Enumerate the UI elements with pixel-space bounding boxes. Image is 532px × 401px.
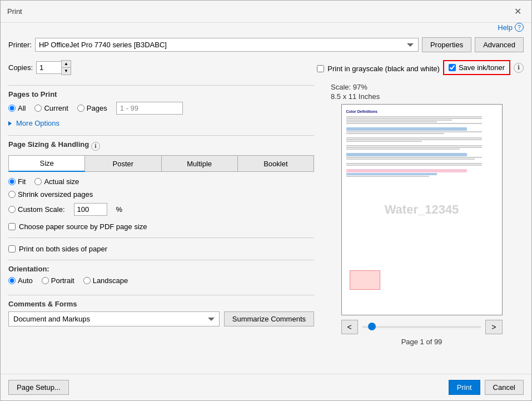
size-button[interactable]: Size xyxy=(8,155,85,172)
prev-page-button[interactable]: < xyxy=(341,320,358,334)
fit-option[interactable]: Fit xyxy=(8,177,26,186)
orientation-landscape-option[interactable]: Landscape xyxy=(83,276,128,285)
preview-line-6 xyxy=(346,131,483,132)
pages-current-option[interactable]: Current xyxy=(34,104,68,112)
shrink-row: Shrink oversized pages xyxy=(8,190,314,199)
pages-all-option[interactable]: All xyxy=(8,104,26,112)
pages-pages-radio[interactable] xyxy=(77,105,84,112)
copies-up[interactable]: ▲ xyxy=(62,61,71,68)
pages-all-radio[interactable] xyxy=(8,105,16,112)
grayscale-option[interactable]: Print in grayscale (black and white) xyxy=(317,65,440,73)
both-sides-option[interactable]: Print on both sides of paper xyxy=(8,245,314,253)
right-panel: Scale: 97% 8.5 x 11 Inches Color Definit… xyxy=(320,83,524,368)
help-link[interactable]: Help xyxy=(498,23,513,32)
copies-down[interactable]: ▼ xyxy=(62,68,71,75)
booklet-button[interactable]: Booklet xyxy=(238,155,314,172)
next-page-button[interactable]: > xyxy=(485,320,502,334)
shrink-option[interactable]: Shrink oversized pages xyxy=(8,190,93,199)
preview-line-15 xyxy=(346,159,475,160)
both-sides-section: Print on both sides of paper xyxy=(8,237,314,253)
pages-current-radio[interactable] xyxy=(34,105,42,112)
comments-row: Document and Markups Document Document a… xyxy=(8,311,314,326)
orientation-auto-option[interactable]: Auto xyxy=(8,276,33,285)
dialog-footer: Page Setup... Print Cancel xyxy=(1,374,531,400)
save-ink-label: Save ink/toner xyxy=(459,63,505,72)
title-bar: Print ✕ xyxy=(1,1,531,23)
grayscale-checkbox[interactable] xyxy=(317,65,324,72)
custom-scale-unit: % xyxy=(116,205,123,214)
advanced-button[interactable]: Advanced xyxy=(475,37,524,52)
watermark-text: Water_12345 xyxy=(385,201,459,219)
comments-forms-title: Comments & Forms xyxy=(8,300,314,308)
dialog-body: Pages to Print All Current Pages xyxy=(1,77,531,374)
cancel-button[interactable]: Cancel xyxy=(485,380,524,395)
poster-button[interactable]: Poster xyxy=(85,155,161,172)
pages-all-label: All xyxy=(18,104,26,112)
copies-spinner: ▲ ▼ xyxy=(61,60,71,75)
preview-blue-2 xyxy=(346,153,468,156)
orientation-title: Orientation: xyxy=(8,265,49,273)
close-button[interactable]: ✕ xyxy=(511,5,525,18)
preview-line-8 xyxy=(346,137,483,138)
save-ink-info-icon[interactable]: ℹ xyxy=(514,63,524,73)
actual-size-label: Actual size xyxy=(44,177,79,186)
page-sizing-section: Page Sizing & Handling ℹ Size Poster Mul… xyxy=(8,135,314,231)
preview-line-1 xyxy=(346,116,483,117)
preview-blue-1 xyxy=(346,127,468,131)
footer-buttons: Print Cancel xyxy=(449,380,524,395)
printer-select[interactable]: HP OfficeJet Pro 7740 series [B3DABC] xyxy=(35,38,419,52)
shrink-radio[interactable] xyxy=(8,191,16,198)
dialog-title: Print xyxy=(7,7,22,16)
print-button[interactable]: Print xyxy=(449,380,480,395)
pages-to-print-section: Pages to Print All Current Pages xyxy=(8,85,314,128)
shrink-label: Shrink oversized pages xyxy=(18,190,93,199)
save-ink-checkbox[interactable] xyxy=(449,64,456,71)
more-options-label: More Options xyxy=(16,119,59,127)
printer-label: Printer: xyxy=(8,41,32,49)
orientation-portrait-option[interactable]: Portrait xyxy=(42,276,74,285)
orientation-landscape-radio[interactable] xyxy=(83,277,91,284)
pages-range-input[interactable] xyxy=(116,102,183,115)
both-sides-label: Print on both sides of paper xyxy=(19,245,107,253)
pages-pages-label: Pages xyxy=(87,104,107,112)
choose-paper-option[interactable]: Choose paper source by PDF page size xyxy=(8,222,314,231)
preview-line-2 xyxy=(346,118,483,119)
preview-color-swatch xyxy=(350,270,380,290)
left-panel: Pages to Print All Current Pages xyxy=(8,83,314,368)
orientation-auto-label: Auto xyxy=(18,276,33,285)
custom-scale-radio[interactable] xyxy=(8,206,16,213)
actual-size-radio[interactable] xyxy=(34,178,42,185)
page-setup-button[interactable]: Page Setup... xyxy=(8,380,69,395)
actual-size-option[interactable]: Actual size xyxy=(34,177,79,186)
orientation-portrait-label: Portrait xyxy=(51,276,74,285)
properties-button[interactable]: Properties xyxy=(422,37,471,52)
copies-grayscale-row: Copies: ▲ ▼ Print in grayscale (black an… xyxy=(1,57,531,75)
custom-scale-input[interactable] xyxy=(74,203,107,216)
multiple-button[interactable]: Multiple xyxy=(162,155,238,172)
orientation-portrait-radio[interactable] xyxy=(42,277,49,284)
pages-current-label: Current xyxy=(44,104,68,112)
both-sides-checkbox[interactable] xyxy=(8,245,16,253)
pages-pages-option[interactable]: Pages xyxy=(77,104,107,112)
preview-line-3 xyxy=(346,120,452,121)
fit-radio[interactable] xyxy=(8,178,16,185)
help-area: Help ? xyxy=(1,23,531,34)
print-dialog: Print ✕ Help ? Printer: HP OfficeJet Pro… xyxy=(0,0,532,401)
sizing-info-icon[interactable]: ℹ xyxy=(91,142,100,151)
more-options-link[interactable]: More Options xyxy=(8,118,314,128)
orientation-auto-radio[interactable] xyxy=(8,277,16,284)
copies-input[interactable] xyxy=(36,61,61,74)
custom-scale-option[interactable]: Custom Scale: xyxy=(8,205,65,214)
summarize-comments-button[interactable]: Summarize Comments xyxy=(224,311,314,326)
help-icon[interactable]: ? xyxy=(515,23,524,32)
comments-select-wrap: Document and Markups Document Document a… xyxy=(8,311,220,326)
choose-paper-checkbox[interactable] xyxy=(8,223,16,230)
preview-inner: Color Definitions xyxy=(342,105,502,315)
page-slider[interactable] xyxy=(362,326,481,328)
preview-line-18 xyxy=(346,176,430,177)
more-options-arrow xyxy=(8,121,14,126)
paper-size-text: 8.5 x 11 Inches xyxy=(331,92,380,101)
preview-line-11 xyxy=(346,145,483,146)
comments-select[interactable]: Document and Markups Document Document a… xyxy=(8,311,220,326)
preview-line-4 xyxy=(346,121,437,122)
